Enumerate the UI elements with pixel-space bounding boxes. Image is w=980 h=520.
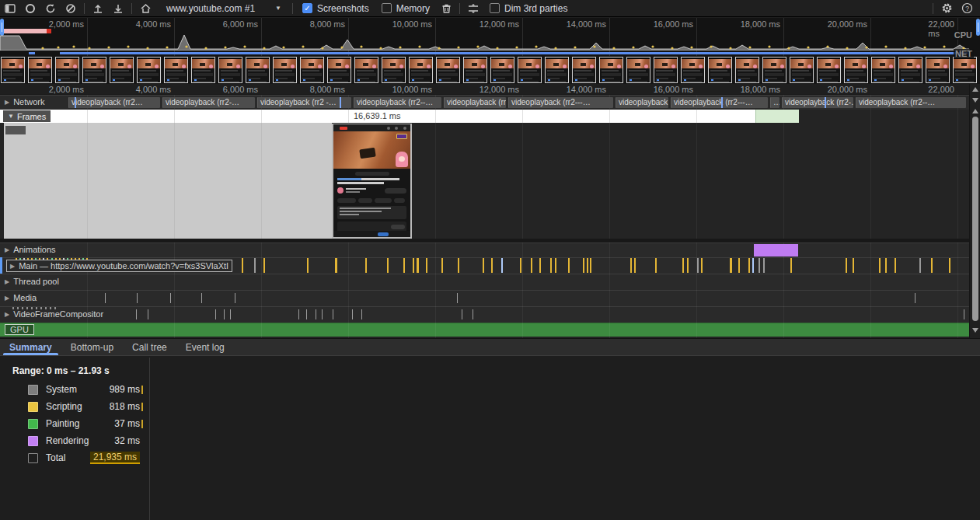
main-task-mark[interactable] (555, 258, 556, 273)
main-task-mark[interactable] (501, 258, 503, 273)
vfc-event-tick[interactable] (148, 309, 148, 319)
scroll-down-icon[interactable] (972, 328, 978, 333)
filmstrip-thumbnail[interactable] (191, 57, 215, 83)
animations-track-label[interactable]: ▶ Animations (5, 245, 56, 254)
network-request-bar[interactable]: videoplayback (rr2---… (508, 97, 613, 108)
filmstrip-thumbnail[interactable] (708, 57, 732, 83)
screenshots-checkbox[interactable]: ✓ Screenshots (302, 3, 369, 14)
filmstrip-thumbnail[interactable] (273, 57, 297, 83)
panel-toggle-icon[interactable] (0, 1, 20, 16)
memory-checkbox[interactable]: Memory (382, 3, 430, 14)
filmstrip-thumbnail[interactable] (218, 57, 242, 83)
main-task-mark[interactable] (885, 258, 887, 273)
filmstrip-thumbnail[interactable] (28, 57, 52, 83)
filmstrip-thumbnail[interactable] (599, 57, 623, 83)
timeline-overview[interactable]: 2,000 ms4,000 ms6,000 ms8,000 ms10,000 m… (0, 18, 980, 56)
overview-left-handle[interactable] (0, 19, 4, 36)
vfc-event-tick[interactable] (352, 309, 353, 319)
media-event-tick[interactable] (915, 293, 915, 303)
filmstrip-thumbnail[interactable] (110, 57, 134, 83)
main-task-mark[interactable] (730, 258, 732, 273)
network-request-bar[interactable]: videoplayback (rr2-… (162, 97, 255, 108)
main-task-mark[interactable] (748, 258, 750, 273)
filmstrip-thumbnail[interactable] (518, 57, 542, 83)
vfc-event-tick[interactable] (361, 309, 362, 319)
vfc-event-tick[interactable] (224, 309, 225, 319)
filmstrip-thumbnail[interactable] (626, 57, 650, 83)
media-event-tick[interactable] (457, 293, 458, 303)
vfc-event-tick[interactable] (136, 309, 137, 319)
main-task-mark[interactable] (697, 258, 699, 273)
main-task-mark[interactable] (441, 258, 443, 273)
main-task-mark[interactable] (759, 258, 760, 273)
scroll-down-icon[interactable] (972, 98, 978, 103)
vfc-track-label[interactable]: ▶ VideoFrameCompositor (5, 309, 103, 319)
main-task-mark[interactable] (949, 258, 950, 273)
vfc-event-tick[interactable] (473, 309, 473, 319)
main-task-mark[interactable] (458, 258, 459, 273)
main-task-mark[interactable] (919, 258, 921, 273)
main-task-mark[interactable] (655, 258, 657, 273)
dim-3rd-parties-checkbox[interactable]: Dim 3rd parties (490, 3, 567, 14)
network-request-bar[interactable]: videoplayback (rr2--… (354, 97, 441, 108)
frame-screenshot-preview[interactable] (332, 124, 412, 239)
vfc-event-tick[interactable] (230, 309, 231, 319)
filmstrip-thumbnail[interactable] (82, 57, 106, 83)
main-task-mark[interactable] (242, 258, 243, 273)
filmstrip-thumbnail[interactable] (300, 57, 324, 83)
filmstrip-thumbnail[interactable] (327, 57, 351, 83)
filmstrip-thumbnail[interactable] (844, 57, 868, 83)
filmstrip-thumbnail[interactable] (898, 57, 922, 83)
main-task-mark[interactable] (687, 258, 689, 273)
filmstrip-thumbnail[interactable] (463, 57, 487, 83)
main-track-label[interactable]: ▶ Main — https://www.youtube.com/watch?v… (6, 260, 232, 272)
frames-track-label[interactable]: ▼ Frames (3, 110, 51, 122)
main-task-mark[interactable] (701, 258, 703, 273)
upload-profile-icon[interactable] (88, 1, 108, 16)
network-request-bar[interactable]: … (770, 97, 779, 108)
filmstrip-thumbnail[interactable] (246, 57, 270, 83)
filmstrip-thumbnail[interactable] (382, 57, 406, 83)
vfc-event-tick[interactable] (462, 309, 462, 319)
vfc-event-tick[interactable] (298, 309, 299, 319)
record-icon[interactable] (20, 1, 40, 16)
animation-event-bar[interactable] (754, 244, 798, 257)
network-request-bar[interactable]: videoplayback (rr2--… (856, 97, 966, 108)
settings-gear-icon[interactable] (936, 1, 957, 16)
main-task-mark[interactable] (387, 258, 389, 273)
filmstrip-thumbnail[interactable] (409, 57, 433, 83)
flame-collapse-icon[interactable] (463, 1, 483, 16)
main-task-mark[interactable] (403, 258, 405, 273)
filmstrip-thumbnail[interactable] (55, 57, 79, 83)
tab-event-log[interactable]: Event log (176, 339, 234, 355)
vfc-event-tick[interactable] (964, 309, 964, 319)
main-task-mark[interactable] (335, 258, 337, 273)
main-task-mark[interactable] (483, 258, 484, 273)
filmstrip-thumbnail[interactable] (953, 57, 977, 83)
scroll-up-icon[interactable] (972, 87, 978, 92)
main-task-mark[interactable] (682, 258, 684, 273)
main-task-mark[interactable] (853, 258, 854, 273)
main-task-mark[interactable] (879, 258, 881, 273)
main-task-mark[interactable] (550, 258, 552, 273)
main-task-mark[interactable] (634, 258, 636, 273)
vfc-event-tick[interactable] (322, 309, 323, 319)
main-task-mark[interactable] (413, 258, 414, 273)
filmstrip-thumbnail[interactable] (762, 57, 786, 83)
filmstrip-thumbnail[interactable] (490, 57, 514, 83)
reload-icon[interactable] (40, 1, 61, 16)
collect-garbage-icon[interactable] (436, 1, 456, 16)
clear-icon[interactable] (61, 1, 81, 16)
main-task-mark[interactable] (531, 258, 532, 273)
scrollbar-thumb[interactable] (972, 117, 978, 321)
media-event-tick[interactable] (201, 293, 202, 303)
filmstrip-thumbnail[interactable] (1, 57, 25, 83)
network-request-bar[interactable]: videoplayback (rr2---… (671, 97, 768, 108)
target-select[interactable]: www.youtube.com #1 ▼ (155, 3, 289, 14)
media-event-tick[interactable] (170, 293, 171, 303)
main-task-mark[interactable] (738, 258, 740, 273)
filmstrip-thumbnail[interactable] (790, 57, 814, 83)
media-event-tick[interactable] (235, 293, 235, 303)
main-task-mark[interactable] (426, 258, 427, 273)
frames-ok-frame[interactable] (755, 110, 799, 123)
